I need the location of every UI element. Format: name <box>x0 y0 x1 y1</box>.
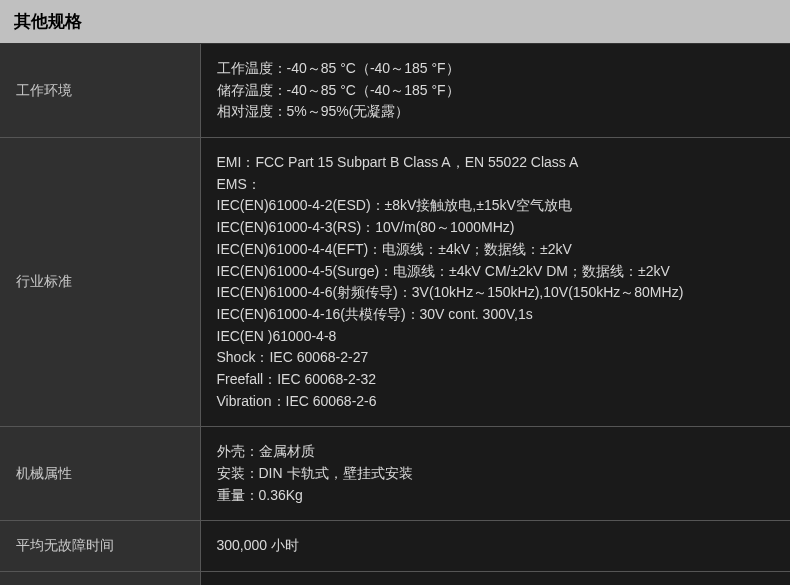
spec-line: IEC(EN)61000-4-3(RS)：10V/m(80～1000MHz) <box>217 217 775 239</box>
spec-line: 重量：0.36Kg <box>217 485 775 507</box>
spec-line: Shock：IEC 60068-2-27 <box>217 347 775 369</box>
spec-value-warranty: 5年 <box>200 572 790 585</box>
spec-line: IEC(EN )61000-4-8 <box>217 326 775 348</box>
spec-value-mechanical: 外壳：金属材质 安装：DIN 卡轨式，壁挂式安装 重量：0.36Kg <box>200 427 790 521</box>
spec-line: Vibration：IEC 60068-2-6 <box>217 391 775 413</box>
spec-value-standards: EMI：FCC Part 15 Subpart B Class A，EN 550… <box>200 138 790 427</box>
spec-line: 300,000 小时 <box>217 535 775 557</box>
section-title: 其他规格 <box>14 12 82 31</box>
spec-line: IEC(EN)61000-4-2(ESD)：±8kV接触放电,±15kV空气放电 <box>217 195 775 217</box>
spec-label-standards: 行业标准 <box>0 138 200 427</box>
spec-value-mtbf: 300,000 小时 <box>200 521 790 572</box>
spec-label-environment: 工作环境 <box>0 44 200 138</box>
section-header: 其他规格 <box>0 0 790 44</box>
spec-line: IEC(EN)61000-4-6(射频传导)：3V(10kHz～150kHz),… <box>217 282 775 304</box>
spec-line: 外壳：金属材质 <box>217 441 775 463</box>
spec-line: IEC(EN)61000-4-16(共模传导)：30V cont. 300V,1… <box>217 304 775 326</box>
spec-value-environment: 工作温度：-40～85 °C（-40～185 °F） 储存温度：-40～85 °… <box>200 44 790 138</box>
spec-row: 行业标准 EMI：FCC Part 15 Subpart B Class A，E… <box>0 138 790 427</box>
spec-line: IEC(EN)61000-4-4(EFT)：电源线：±4kV；数据线：±2kV <box>217 239 775 261</box>
spec-label-mtbf: 平均无故障时间 <box>0 521 200 572</box>
spec-line: Freefall：IEC 60068-2-32 <box>217 369 775 391</box>
spec-row: 质保 5年 <box>0 572 790 585</box>
spec-line: IEC(EN)61000-4-5(Surge)：电源线：±4kV CM/±2kV… <box>217 261 775 283</box>
spec-label-warranty: 质保 <box>0 572 200 585</box>
spec-line: 安装：DIN 卡轨式，壁挂式安装 <box>217 463 775 485</box>
spec-label-mechanical: 机械属性 <box>0 427 200 521</box>
spec-row: 工作环境 工作温度：-40～85 °C（-40～185 °F） 储存温度：-40… <box>0 44 790 138</box>
spec-line: 工作温度：-40～85 °C（-40～185 °F） <box>217 58 775 80</box>
spec-line: 储存温度：-40～85 °C（-40～185 °F） <box>217 80 775 102</box>
spec-row: 机械属性 外壳：金属材质 安装：DIN 卡轨式，壁挂式安装 重量：0.36Kg <box>0 427 790 521</box>
spec-line: EMS： <box>217 174 775 196</box>
spec-table: 工作环境 工作温度：-40～85 °C（-40～185 °F） 储存温度：-40… <box>0 44 790 585</box>
spec-line: 相对湿度：5%～95%(无凝露） <box>217 101 775 123</box>
spec-container: 其他规格 工作环境 工作温度：-40～85 °C（-40～185 °F） 储存温… <box>0 0 790 585</box>
spec-row: 平均无故障时间 300,000 小时 <box>0 521 790 572</box>
spec-line: EMI：FCC Part 15 Subpart B Class A，EN 550… <box>217 152 775 174</box>
